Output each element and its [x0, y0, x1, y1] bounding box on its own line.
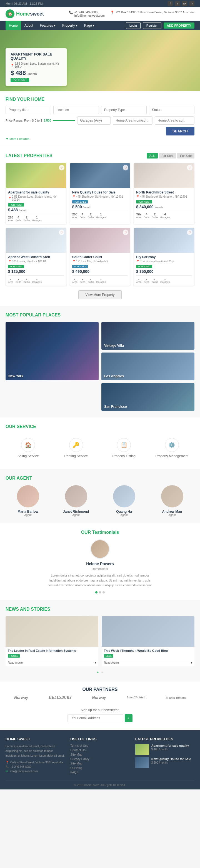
- gplus-icon[interactable]: g+: [182, 1, 187, 6]
- page-dot-2[interactable]: •: [102, 670, 103, 675]
- property-name-4: Apricot West Britford Arch: [8, 255, 64, 259]
- property-type-input[interactable]: [101, 106, 147, 114]
- garages-input[interactable]: [77, 116, 111, 125]
- nav-about[interactable]: About: [21, 21, 36, 30]
- news-read-2[interactable]: Read Article ▾: [104, 660, 192, 664]
- favorite-icon-5[interactable]: ♡: [123, 229, 128, 235]
- search-button[interactable]: SEARCH: [166, 127, 195, 135]
- footer-link-privacy[interactable]: Privacy Policy: [70, 757, 130, 761]
- partner-5: Madice Billious: [166, 696, 186, 699]
- places-right-col: Vintage Villa Los Angeles San Francisco: [102, 322, 195, 411]
- view-more-button[interactable]: View More Property: [78, 290, 121, 299]
- footer-link-sitemap2[interactable]: Site Map: [70, 762, 130, 765]
- footer-link-blog[interactable]: Our Blog: [70, 766, 130, 770]
- property-body-5: South Cotter Court 📍171 Lex Ave, Brookly…: [70, 253, 130, 286]
- header: 🏠 Homesweet 📞 +1 246 543-8080 info@homes…: [0, 7, 200, 21]
- dot-2[interactable]: [99, 591, 101, 593]
- partner-2: HELLSBURY: [49, 695, 72, 700]
- facebook-icon[interactable]: f: [168, 1, 173, 6]
- favorite-icon-6[interactable]: ♡: [187, 229, 193, 235]
- tab-all[interactable]: ALL: [147, 153, 158, 158]
- listing-label: Property Listing: [104, 454, 144, 458]
- news-grid: The Leader In Real Estate Information Sy…: [5, 616, 195, 666]
- property-badge-2: FOR SALE: [72, 200, 88, 204]
- search-row-2: Price Range: From $ 0 to $ 3,500 SEARCH: [5, 116, 195, 135]
- footer-prop-info-2: New Quality House for Sale $ 500 /month: [151, 757, 191, 768]
- nav-page[interactable]: Page ▾: [81, 21, 98, 30]
- tab-for-rent[interactable]: For Rent: [159, 153, 176, 158]
- view-more-wrap: View More Property: [5, 290, 195, 299]
- home-area-from-input[interactable]: [113, 116, 152, 125]
- service-management: ⚙️ Property Management: [149, 434, 195, 462]
- footer-prop-img-1: [135, 744, 149, 755]
- favorite-icon-3[interactable]: ♡: [187, 165, 193, 170]
- footer-link-contact[interactable]: Contact Us: [70, 748, 130, 752]
- partners-grid: Norway HELLSBURY Norway Late Christell M…: [5, 695, 195, 700]
- tab-for-sale[interactable]: For Sale: [177, 153, 195, 158]
- place-vintage-villa[interactable]: Vintage Villa: [102, 322, 195, 350]
- property-card-5: ♡ South Cotter Court 📍171 Lex Ave, Brook…: [70, 228, 131, 286]
- range-bar[interactable]: [53, 120, 75, 121]
- property-body-6: Ely Parkway 📍The Somewhere/Great City FO…: [134, 253, 194, 286]
- stat-area: 250Area: [8, 216, 13, 222]
- agent-name-4: Andrew Man: [150, 509, 195, 514]
- register-button[interactable]: Register: [143, 22, 162, 29]
- agent-2: Janet Richmond Agent: [54, 485, 98, 517]
- property-image-6: ♡: [134, 228, 194, 253]
- property-location-5: 📍171 Lex Ave, Brooklyn NY: [72, 260, 128, 263]
- property-badge-6: FOR RENT: [136, 265, 152, 268]
- footer-link-faqs[interactable]: FAQS: [70, 771, 130, 774]
- nav-home[interactable]: Home: [5, 21, 21, 30]
- testimonial-dots: [5, 591, 195, 593]
- favorite-icon-2[interactable]: ♡: [123, 165, 128, 170]
- newsletter-input[interactable]: [67, 714, 123, 722]
- latest-properties-section: LATEST PROPERTIES ALL For Rent For Sale …: [0, 146, 200, 306]
- newsletter-submit[interactable]: ›: [125, 714, 133, 722]
- more-features-toggle[interactable]: ▼ More Features: [5, 137, 195, 141]
- section-header-places: MOST POPULAR PLACES: [5, 313, 195, 317]
- footer-link-sitemap1[interactable]: Site Map: [70, 753, 130, 756]
- home-area-to-input[interactable]: [155, 116, 195, 125]
- nav-property[interactable]: Property ▾: [59, 21, 81, 30]
- agent-4: Andrew Man Agent: [150, 485, 195, 517]
- twitter-icon[interactable]: t: [175, 1, 180, 6]
- place-new-york[interactable]: New York: [5, 322, 98, 380]
- dot-3[interactable]: [103, 591, 105, 593]
- favorite-icon-4[interactable]: ♡: [59, 229, 64, 235]
- nav-features[interactable]: Features ▾: [36, 21, 59, 30]
- property-image-3: ♡: [134, 163, 194, 188]
- property-title-input[interactable]: [5, 106, 51, 114]
- pin-icon: 📍: [10, 64, 14, 67]
- footer-col-3: LATEST PROPERTIES Apartment for sale qua…: [135, 737, 195, 775]
- service-renting: 🔑 Renting Service: [54, 434, 99, 462]
- property-location-2: 📍445 Sherbrook St Kingston, NY 12401: [72, 195, 128, 198]
- service-listing: 📋 Property Listing: [102, 434, 147, 462]
- news-pagination: • •: [5, 670, 195, 675]
- logo[interactable]: 🏠 Homesweet: [5, 9, 44, 18]
- footer-email: ✉ info@homesweet.com: [5, 770, 65, 773]
- place-los-angeles[interactable]: Los Angeles: [102, 352, 195, 380]
- section-header-agents: OUR AGENT: [5, 476, 195, 481]
- login-button[interactable]: Login: [126, 22, 141, 29]
- topbar-datetime: Mon | 08:23 AM - 11:23 PM: [5, 2, 43, 5]
- news-read-1[interactable]: Read Article ▾: [8, 660, 96, 664]
- property-price-5: $ 490,000: [72, 269, 128, 274]
- linkedin-icon[interactable]: in: [190, 1, 195, 6]
- favorite-icon-1[interactable]: ♡: [59, 165, 64, 170]
- dot-1[interactable]: [95, 591, 97, 593]
- agent-name-2: Janet Richmond: [54, 509, 98, 514]
- news-body-1: The Leader In Real Estate Information Sy…: [5, 647, 98, 666]
- place-san-francisco[interactable]: San Francisco: [102, 383, 195, 411]
- hero-section: APARTMENT FOR SALE QUALITY 📍 2.56 Dream …: [0, 30, 200, 91]
- testimonial-text: Lorem dolor sit amet, consectetur adipis…: [45, 573, 155, 588]
- add-property-button[interactable]: ADD PROPERTY: [164, 23, 195, 29]
- location-input[interactable]: [53, 106, 99, 114]
- property-image-2: ♡: [70, 163, 130, 188]
- newsletter-form: ›: [5, 714, 195, 722]
- property-name-3: North Parchmroe Street: [136, 190, 192, 194]
- footer-property-2: New Quality House for Sale $ 500 /month: [135, 757, 195, 768]
- page-dot-1[interactable]: •: [97, 670, 99, 675]
- footer-link-terms[interactable]: Terms of Use: [70, 744, 130, 747]
- status-input[interactable]: [149, 106, 195, 114]
- property-name-5: South Cotter Court: [72, 255, 128, 259]
